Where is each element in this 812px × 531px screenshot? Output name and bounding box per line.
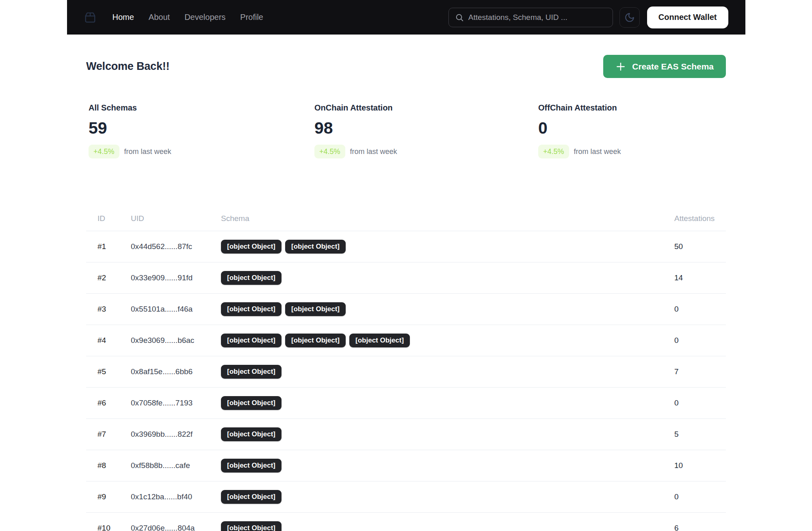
row-schema: [object Object]	[221, 490, 674, 504]
schema-badge: [object Object]	[221, 302, 281, 316]
schema-badge: [object Object]	[221, 521, 281, 531]
change-badge: +4.5%	[538, 145, 569, 158]
row-id: #5	[97, 367, 131, 376]
change-badge: +4.5%	[314, 145, 345, 158]
row-attestations: 0	[674, 336, 726, 345]
schema-badge: [object Object]	[349, 334, 410, 347]
row-attestations: 6	[674, 524, 726, 531]
stat-card-title: All Schemas	[89, 102, 312, 113]
change-note: from last week	[124, 147, 171, 156]
stat-card-change: +4.5% from last week	[314, 145, 536, 158]
table-header: ID UID Schema Attestations	[86, 206, 726, 231]
nav-links: Home About Developers Profile	[113, 13, 264, 22]
change-badge: +4.5%	[89, 145, 119, 158]
row-schema: [object Object] [object Object]	[221, 240, 674, 254]
page-header: Welcome Back!! Create EAS Schema	[86, 55, 726, 78]
main-content: Welcome Back!! Create EAS Schema All Sch…	[86, 55, 726, 531]
schema-badge: [object Object]	[221, 271, 281, 285]
stat-card-title: OffChain Attestation	[538, 102, 726, 113]
header-schema: Schema	[221, 214, 674, 223]
stat-card-value: 0	[538, 120, 726, 137]
create-eas-schema-label: Create EAS Schema	[632, 62, 714, 72]
row-attestations: 14	[674, 273, 726, 282]
stat-card: All Schemas 59 +4.5% from last week	[86, 102, 312, 158]
row-uid: 0x7058fe......7193	[131, 399, 221, 407]
row-schema: [object Object]	[221, 459, 674, 472]
row-attestations: 50	[674, 242, 726, 251]
stat-card-value: 59	[89, 120, 312, 137]
table-row[interactable]: #4 0x9e3069......b6ac [object Object] [o…	[86, 325, 726, 356]
row-uid: 0x8af15e......6bb6	[131, 367, 221, 376]
table-row[interactable]: #8 0xf58b8b......cafe [object Object] 10	[86, 450, 726, 481]
row-uid: 0x55101a......f46a	[131, 305, 221, 314]
table-row[interactable]: #3 0x55101a......f46a [object Object] [o…	[86, 294, 726, 325]
theme-toggle-button[interactable]	[619, 7, 640, 28]
row-attestations: 10	[674, 461, 726, 470]
row-id: #9	[97, 492, 131, 501]
header-id: ID	[97, 214, 131, 223]
schema-badge: [object Object]	[221, 396, 281, 410]
table-row[interactable]: #9 0x1c12ba......bf40 [object Object] 0	[86, 481, 726, 513]
schema-badge: [object Object]	[221, 490, 281, 504]
schema-badge: [object Object]	[221, 459, 281, 472]
schema-badge: [object Object]	[221, 365, 281, 379]
row-attestations: 0	[674, 399, 726, 407]
row-id: #10	[97, 524, 131, 531]
row-id: #3	[97, 305, 131, 314]
moon-icon	[624, 12, 635, 23]
row-id: #7	[97, 430, 131, 439]
navbar: Home About Developers Profile Connect Wa…	[67, 0, 745, 35]
search-input[interactable]	[468, 13, 606, 22]
row-attestations: 5	[674, 430, 726, 439]
plus-icon	[615, 61, 626, 72]
row-attestations: 0	[674, 492, 726, 501]
connect-wallet-button[interactable]: Connect Wallet	[647, 7, 728, 28]
row-id: #8	[97, 461, 131, 470]
row-uid: 0x27d06e......804a	[131, 524, 221, 531]
row-schema: [object Object]	[221, 365, 674, 379]
header-uid: UID	[131, 214, 221, 223]
nav-link[interactable]: About	[149, 13, 170, 22]
row-schema: [object Object] [object Object] [object …	[221, 334, 674, 347]
stat-card: OffChain Attestation 0 +4.5% from last w…	[536, 102, 726, 158]
table-row[interactable]: #2 0x33e909......91fd [object Object] 14	[86, 262, 726, 294]
schema-badge: [object Object]	[221, 427, 281, 441]
table-row[interactable]: #7 0x3969bb......822f [object Object] 5	[86, 419, 726, 450]
row-id: #6	[97, 399, 131, 407]
table-row[interactable]: #5 0x8af15e......6bb6 [object Object] 7	[86, 356, 726, 388]
schema-badge: [object Object]	[221, 240, 281, 254]
schema-badge: [object Object]	[285, 302, 346, 316]
schema-badge: [object Object]	[285, 334, 346, 347]
page-title: Welcome Back!!	[86, 60, 169, 73]
stat-card-change: +4.5% from last week	[538, 145, 726, 158]
row-id: #2	[97, 273, 131, 282]
search-box[interactable]	[448, 8, 613, 27]
nav-link[interactable]: Home	[113, 13, 134, 22]
stat-card-title: OnChain Attestation	[314, 102, 536, 113]
row-attestations: 0	[674, 305, 726, 314]
row-uid: 0x1c12ba......bf40	[131, 492, 221, 501]
nav-link[interactable]: Developers	[184, 13, 225, 22]
row-schema: [object Object]	[221, 521, 674, 531]
row-uid: 0x33e909......91fd	[131, 273, 221, 282]
package-icon	[84, 11, 96, 24]
table-row[interactable]: #1 0x44d562......87fc [object Object] [o…	[86, 231, 726, 262]
row-id: #4	[97, 336, 131, 345]
change-note: from last week	[350, 147, 397, 156]
search-icon	[455, 13, 464, 22]
header-attestations: Attestations	[674, 214, 726, 223]
table-row[interactable]: #10 0x27d06e......804a [object Object] 6	[86, 513, 726, 531]
schema-badge: [object Object]	[285, 240, 346, 254]
stat-cards: All Schemas 59 +4.5% from last week OnCh…	[86, 102, 726, 158]
row-schema: [object Object]	[221, 271, 674, 285]
stat-card: OnChain Attestation 98 +4.5% from last w…	[312, 102, 536, 158]
row-uid: 0x44d562......87fc	[131, 242, 221, 251]
table-row[interactable]: #6 0x7058fe......7193 [object Object] 0	[86, 388, 726, 419]
change-note: from last week	[574, 147, 621, 156]
row-schema: [object Object]	[221, 396, 674, 410]
row-uid: 0xf58b8b......cafe	[131, 461, 221, 470]
row-schema: [object Object] [object Object]	[221, 302, 674, 316]
stat-card-value: 98	[314, 120, 536, 137]
nav-link[interactable]: Profile	[240, 13, 263, 22]
create-eas-schema-button[interactable]: Create EAS Schema	[603, 55, 726, 78]
